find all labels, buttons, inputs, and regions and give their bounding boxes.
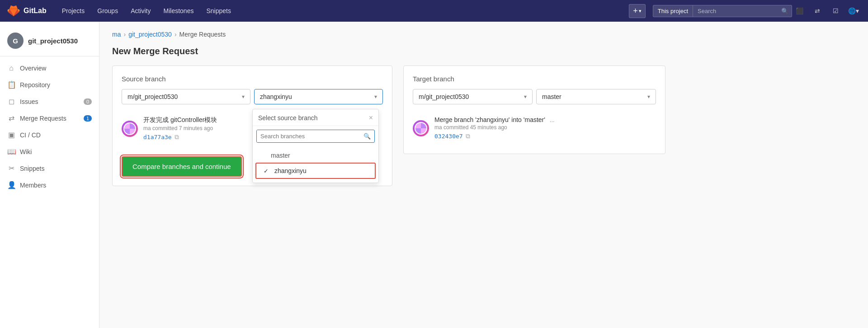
target-branch-select[interactable]: master ▾ [536,89,656,104]
branch-option-master[interactable]: master [253,148,378,163]
issues-icon: ◻ [7,97,15,106]
search-input[interactable] [693,5,792,17]
nav-activity[interactable]: Activity [126,5,155,16]
sidebar-item-label: Members [20,182,92,189]
copy-icon[interactable]: ⧉ [175,133,179,141]
check-icon [260,152,267,159]
source-dropdowns-row: m/git_project0530 ▾ zhangxinyu ▾ Select … [122,89,383,104]
target-dropdowns-row: m/git_project0530 ▾ master ▾ [413,89,656,104]
breadcrumb-sep: › [123,31,126,38]
source-repo-value: m/git_project0530 [127,93,178,100]
home-icon: ⌂ [7,64,15,72]
search-scope-label[interactable]: This project [653,5,693,17]
dropdown-header: Select source branch × [253,109,378,126]
merge-requests-badge: 1 [84,115,92,122]
merge-requests-icon[interactable]: ⇄ [810,4,825,18]
chevron-down-icon: ▾ [647,94,650,100]
commit-message: Merge branch 'zhangxinyu' into 'master' … [434,116,656,123]
branch-dropdown-popup: Select source branch × 🔍 master [252,109,379,183]
branch-option-zhangxinyu[interactable]: ✓ zhangxinyu [255,163,376,179]
branch-option-label: master [271,152,290,159]
sidebar-item-snippets[interactable]: ✂ Snippets [0,160,99,177]
cicd-icon: ▣ [7,131,15,139]
issues-icon[interactable]: ☑ [828,4,843,18]
nav-snippets[interactable]: Snippets [202,5,235,16]
commit-hash: 032430e7 ⧉ [434,132,656,140]
nav-milestones[interactable]: Milestones [159,5,198,16]
sidebar-item-label: CI / CD [20,131,92,139]
source-branch-select[interactable]: zhangxinyu ▾ [254,89,383,104]
sidebar-item-label: Merge Requests [20,115,79,122]
avatar: G [7,33,24,49]
merge-icon: ⇄ [7,114,15,122]
layout-icon[interactable]: ⬛ [792,4,807,18]
sidebar-username: git_project0530 [28,37,78,45]
branch-search-input[interactable] [257,130,360,142]
globe-icon[interactable]: 🌐▾ [846,4,861,18]
chevron-down-icon: ▾ [524,94,527,100]
gitlab-logo[interactable]: GitLab [7,5,47,17]
avatar [413,120,429,136]
branch-search: 🔍 [256,130,375,143]
target-repo-select[interactable]: m/git_project0530 ▾ [413,89,533,104]
file-icon: 📋 [7,80,15,89]
branch-option-label: zhangxinyu [274,167,307,174]
check-icon: ✓ [264,168,271,174]
search-bar: This project 🔍 [653,5,788,17]
commit-meta: ma committed 45 minutes ago [434,124,656,131]
top-navigation: GitLab Projects Groups Activity Mileston… [0,0,868,22]
sidebar-item-wiki[interactable]: 📖 Wiki [0,143,99,160]
chevron-down-icon: ▾ [374,94,377,100]
avatar [122,121,138,137]
target-panel-title: Target branch [413,75,656,83]
source-branch-value: zhangxinyu [260,93,292,100]
copy-icon[interactable]: ⧉ [466,132,470,140]
sidebar-item-overview[interactable]: ⌂ Overview [0,60,99,76]
source-panel-title: Source branch [122,75,383,83]
wiki-icon: 📖 [7,147,15,156]
target-branch-panel: Target branch m/git_project0530 ▾ master… [403,66,665,154]
breadcrumb-project[interactable]: git_project0530 [128,31,172,38]
sidebar-item-members[interactable]: 👤 Members [0,177,99,193]
sidebar-item-ci-cd[interactable]: ▣ CI / CD [0,127,99,143]
source-repo-select[interactable]: m/git_project0530 ▾ [122,89,250,104]
sidebar-item-issues[interactable]: ◻ Issues 0 [0,93,99,110]
breadcrumb-sep: › [175,31,177,38]
nav-groups[interactable]: Groups [93,5,123,16]
sidebar-item-merge-requests[interactable]: ⇄ Merge Requests 1 [0,110,99,127]
sidebar-item-label: Repository [20,81,92,89]
members-icon: 👤 [7,181,15,189]
sidebar-item-repository[interactable]: 📋 Repository [0,76,99,93]
close-icon[interactable]: × [369,114,373,122]
main-content: ma › git_project0530 › Merge Requests Ne… [99,22,868,328]
breadcrumb: ma › git_project0530 › Merge Requests [112,31,855,38]
new-item-button[interactable]: +▾ [629,4,646,18]
source-branch-panel: Source branch m/git_project0530 ▾ zhangx… [112,66,392,186]
breadcrumb-current: Merge Requests [179,31,226,38]
sidebar-item-label: Issues [20,98,79,105]
issues-badge: 0 [84,98,92,105]
target-branch-value: master [542,93,561,100]
chevron-down-icon: ▾ [242,94,245,100]
search-icon: 🔍 [781,8,788,14]
gitlab-wordmark: GitLab [24,7,47,15]
sidebar-item-label: Snippets [20,165,92,172]
breadcrumb-ma[interactable]: ma [112,31,121,38]
target-commit-row: Merge branch 'zhangxinyu' into 'master' … [413,112,656,145]
sidebar: G git_project0530 ⌂ Overview 📋 Repositor… [0,22,99,328]
sidebar-user: G git_project0530 [0,29,99,56]
sidebar-item-label: Overview [20,65,92,72]
compare-branches-button[interactable]: Compare branches and continue [122,156,242,177]
dropdown-title: Select source branch [258,114,318,122]
nav-projects[interactable]: Projects [57,5,90,16]
commit-info: Merge branch 'zhangxinyu' into 'master' … [434,116,656,140]
page-title: New Merge Request [112,46,855,56]
sidebar-item-label: Wiki [20,148,92,155]
branch-list: master ✓ zhangxinyu [253,146,378,183]
snippets-icon: ✂ [7,164,15,173]
target-repo-value: m/git_project0530 [419,93,469,100]
search-icon: 🔍 [360,133,374,140]
